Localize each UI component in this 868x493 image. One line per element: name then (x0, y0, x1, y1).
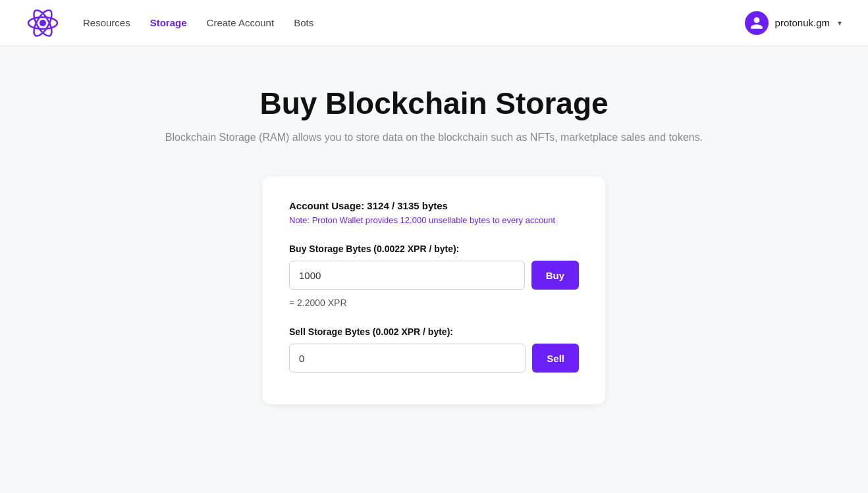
main-content: Buy Blockchain Storage Blockchain Storag… (0, 46, 868, 404)
avatar (745, 11, 769, 35)
nav-resources[interactable]: Resources (83, 17, 130, 28)
chevron-down-icon: ▾ (838, 18, 842, 28)
user-icon (749, 16, 764, 30)
account-usage-label: Account Usage: 3124 / 3135 bytes (289, 200, 579, 211)
user-menu[interactable]: protonuk.gm ▾ (745, 11, 842, 35)
storage-card: Account Usage: 3124 / 3135 bytes Note: P… (263, 176, 605, 404)
buy-button[interactable]: Buy (531, 261, 579, 290)
nav-create-account[interactable]: Create Account (207, 17, 275, 28)
nav-storage[interactable]: Storage (150, 17, 187, 28)
buy-input-row: Buy (289, 261, 579, 290)
xpr-equivalent: = 2.2000 XPR (289, 298, 579, 308)
sell-storage-label: Sell Storage Bytes (0.002 XPR / byte): (289, 326, 579, 337)
svg-point-0 (40, 20, 46, 26)
page-subtitle: Blockchain Storage (RAM) allows you to s… (165, 132, 703, 143)
sell-input-row: Sell (289, 344, 579, 373)
note-text: Note: Proton Wallet provides 12,000 unse… (289, 215, 579, 225)
sell-storage-input[interactable] (289, 344, 526, 373)
navbar-left: Resources Storage Create Account Bots (26, 7, 313, 39)
navbar: Resources Storage Create Account Bots pr… (0, 0, 868, 46)
username: protonuk.gm (775, 17, 830, 28)
nav-links: Resources Storage Create Account Bots (83, 17, 313, 28)
app-logo[interactable] (26, 7, 59, 39)
nav-bots[interactable]: Bots (294, 17, 313, 28)
page-title: Buy Blockchain Storage (259, 86, 608, 121)
buy-storage-label: Buy Storage Bytes (0.0022 XPR / byte): (289, 244, 579, 254)
sell-button[interactable]: Sell (532, 344, 579, 373)
buy-storage-input[interactable] (289, 261, 525, 290)
